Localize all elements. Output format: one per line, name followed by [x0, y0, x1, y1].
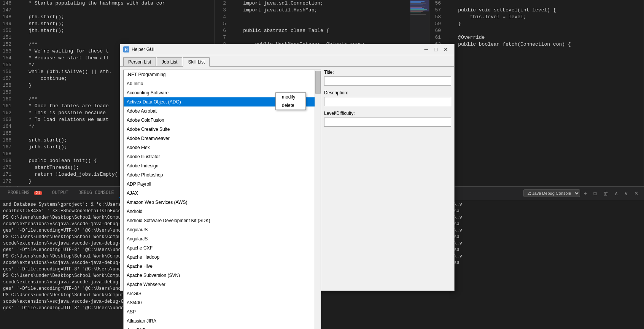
title-field: Title:: [324, 70, 451, 86]
list-item[interactable]: AutoCAD: [124, 326, 315, 329]
form-side: Title: Description: Level\Difficulty: In…: [324, 70, 451, 329]
context-delete[interactable]: delete: [276, 101, 305, 110]
tab-job-list[interactable]: Job List: [157, 57, 182, 66]
list-item[interactable]: .NET Programming: [124, 70, 315, 79]
list-item[interactable]: Apache Webserver: [124, 280, 315, 289]
list-item[interactable]: Adobe Indesign: [124, 161, 315, 170]
description-label: Description:: [324, 90, 451, 95]
tab-person-list[interactable]: Person List: [123, 57, 156, 66]
list-item[interactable]: Adobe Dreamweaver: [124, 134, 315, 143]
list-item[interactable]: Android Software Development Kit (SDK): [124, 216, 315, 225]
list-item[interactable]: Ab Initio: [124, 79, 315, 88]
close-button[interactable]: ✕: [440, 46, 451, 53]
level-label: Level\Difficulty:: [324, 111, 451, 116]
title-label: Title:: [324, 70, 451, 75]
list-item[interactable]: ArcGIS: [124, 289, 315, 298]
list-item[interactable]: ASP: [124, 307, 315, 316]
level-field: Level\Difficulty:: [324, 111, 451, 127]
dialog-titlebar: H Helper GUI ─ □ ✕: [120, 44, 454, 55]
list-item[interactable]: Adobe Creative Suite: [124, 125, 315, 134]
title-input[interactable]: [324, 76, 451, 86]
minimize-button[interactable]: ─: [421, 46, 431, 53]
list-item[interactable]: Adobe Illustrator: [124, 152, 315, 161]
list-item[interactable]: Apache Hadoop: [124, 253, 315, 262]
dialog-app-icon: H: [123, 46, 129, 52]
helper-gui-dialog: H Helper GUI ─ □ ✕ Person List Job List …: [120, 44, 455, 291]
description-field: Description:: [324, 90, 451, 106]
scrollbar-thumb[interactable]: [315, 71, 321, 94]
restore-button[interactable]: □: [431, 46, 440, 53]
dialog-tabs: Person List Job List Skill List: [120, 55, 454, 67]
list-item[interactable]: Adobe Flex: [124, 143, 315, 152]
list-item[interactable]: ADP Payroll: [124, 180, 315, 189]
list-item[interactable]: Android: [124, 207, 315, 216]
description-input[interactable]: [324, 97, 451, 106]
list-item[interactable]: Atlassian JIRA: [124, 316, 315, 326]
list-item[interactable]: AJAX: [124, 189, 315, 198]
dialog-overlay: H Helper GUI ─ □ ✕ Person List Job List …: [0, 0, 644, 329]
list-scrollbar[interactable]: [315, 70, 321, 329]
dialog-title: Helper GUI: [132, 47, 421, 52]
context-modify[interactable]: modify: [276, 93, 305, 101]
list-item[interactable]: AS/400: [124, 298, 315, 307]
context-menu: modify delete: [275, 92, 306, 110]
list-item[interactable]: Amazon Web Services (AWS): [124, 198, 315, 207]
list-item[interactable]: AngularJS: [124, 234, 315, 243]
list-item[interactable]: AngularJS: [124, 225, 315, 234]
dialog-body: .NET ProgrammingAb InitioAccounting Soft…: [120, 67, 454, 329]
tab-skill-list[interactable]: Skill List: [183, 57, 210, 67]
list-item[interactable]: Apache Subversion (SVN): [124, 271, 315, 280]
list-item[interactable]: Apache Hive: [124, 262, 315, 271]
list-item[interactable]: Adobe Photoshop: [124, 170, 315, 180]
list-item[interactable]: Adobe ColdFusion: [124, 116, 315, 125]
level-input[interactable]: [324, 118, 451, 127]
list-side: .NET ProgrammingAb InitioAccounting Soft…: [123, 70, 321, 329]
list-item[interactable]: Apache CXF: [124, 243, 315, 253]
